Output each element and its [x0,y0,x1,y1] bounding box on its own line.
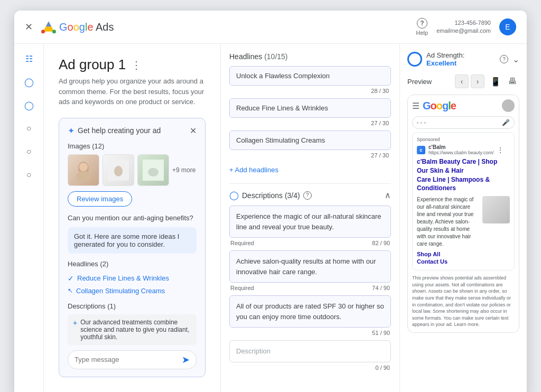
check-icon-1: ✓ [68,274,74,283]
image-thumb-2 [102,154,134,186]
google-preview-logo: Google [423,100,456,112]
ad-more-icon[interactable]: ⋮ [497,146,504,154]
image-thumb-3 [137,154,169,186]
desc-field-2[interactable]: Achieve salon-quality results at home wi… [229,250,391,283]
desc-suggestions-label: Descriptions (1) [68,302,197,310]
send-button[interactable]: ➤ [182,354,190,366]
ad-links: Shop All Contact Us [417,251,510,265]
ad-title: c'Balm Beauty Care | Shop Our Skin & Hai… [417,157,510,193]
device-icons: 📱 🖶 [489,74,519,88]
image-thumb-1 [68,154,99,186]
ai-panel-close-icon[interactable]: ✕ [190,126,197,136]
ai-response: Got it. Here are some more ideas I gener… [68,227,197,254]
review-images-button[interactable]: Review images [68,191,132,207]
desc-help-icon[interactable]: ? [303,191,312,200]
ad-strength-value: Excellent [426,59,456,67]
preview-nav: ‹ › [455,74,484,88]
ad-link-1[interactable]: Shop All [417,251,510,257]
svg-point-8 [114,166,123,176]
desc-char-count-1: 82 / 90 [372,240,390,246]
desktop-device-icon[interactable]: 🖶 [506,74,519,88]
ai-title-text: Get help creating your ad [78,126,161,135]
ad-content-row: Experience the magic of our all-natural … [417,196,510,248]
chevron-down-icon[interactable]: ⌄ [512,54,519,64]
app-window: ✕ Google Ads ? Help 123-456-7890 emailme… [14,11,527,392]
svg-point-6 [79,163,88,171]
help-button[interactable]: ? Help [416,18,428,36]
page-description: Ad groups help you organize your ads aro… [59,76,206,107]
headline-count-2: 27 / 30 [229,120,391,126]
plus-icon: + [73,319,77,327]
search-bar-preview: 🎤 [412,116,515,129]
desc-field-4[interactable]: Description [229,340,391,362]
sidebar-icon-check2[interactable]: ◯ [23,99,35,111]
strength-circle-icon [407,52,422,67]
ad-card: Sponsored c c'Balm https://www.cbalm bea… [412,132,515,270]
suggestions-label: Headlines (2) [68,260,197,268]
suggestion-item-2[interactable]: ↖ Collagen Stimulating Creams [68,285,197,297]
desc-req-3: 51 / 90 [229,330,391,336]
prev-button[interactable]: ‹ [455,74,469,88]
headline-field-1[interactable]: Unlock a Flawless Complexion [229,66,391,86]
headline-field-3[interactable]: Collagen Stimulating Creams [229,130,391,150]
phone-preview: ☰ Google 🎤 Sponsored [407,95,519,333]
user-email: emailme@gmail.com [436,27,491,35]
svg-point-3 [41,30,45,33]
desc-label: Descriptions (3/4) [242,191,300,200]
headlines-count: (10/15) [264,52,287,61]
ad-desc-text: Experience the magic of our all-natural … [417,196,478,248]
message-input[interactable] [74,356,178,363]
desc-suggestion-item: + Our advanced treatments combine scienc… [68,314,197,345]
desc-req-label-1: Required [230,240,254,246]
preview-header: Preview ‹ › 📱 🖶 [407,74,519,88]
desc-req-4: 0 / 90 [229,365,391,371]
mobile-device-icon[interactable]: 📱 [489,74,502,88]
ad-domain-info: c'Balm https://www.cbalm beauty.com/ [428,144,493,155]
sidebar-icon-circle1[interactable]: ○ [23,122,35,135]
svg-point-10 [148,168,158,176]
desc-char-count-4: 0 / 90 [375,365,390,371]
more-options-icon[interactable]: ⋮ [131,59,142,71]
user-phone: 123-456-7890 [454,19,491,27]
avatar[interactable]: E [499,18,516,35]
desc-item-plus-row: + Our advanced treatments combine scienc… [73,319,191,341]
svg-marker-1 [46,22,52,27]
sponsored-label: Sponsored [417,137,510,142]
collapse-icon[interactable]: ∧ [385,190,391,200]
ad-domain-name: c'Balm [428,144,493,150]
cursor-icon: ↖ [68,287,73,294]
check-circle-icon: ◯ [229,190,239,200]
ad-image-thumb [482,196,510,223]
desc-section-title: ◯ Descriptions (3/4) ? [229,190,312,200]
ad-description: Experience the magic of our all-natural … [417,196,478,248]
main-layout: ☷ ◯ ◯ ○ ○ ○ Ad group 1 ⋮ Ad groups help … [14,44,527,392]
sidebar: ☷ ◯ ◯ ○ ○ ○ [14,44,44,392]
desc-suggestion-text: Our advanced treatments combine science … [80,319,191,341]
sidebar-icon-check1[interactable]: ◯ [23,76,35,88]
desc-char-count-3: 51 / 90 [372,330,390,336]
next-button[interactable]: › [471,74,484,88]
ad-strength-text: Ad Strength: [426,51,464,59]
search-dots [417,122,426,124]
ad-link-2[interactable]: Contact Us [417,258,510,265]
sidebar-icon-circle2[interactable]: ○ [23,145,35,158]
sidebar-icon-grid[interactable]: ☷ [23,52,35,65]
ad-strength-help-icon[interactable]: ? [500,55,508,63]
topbar-right: ? Help 123-456-7890 emailme@gmail.com E [416,18,516,36]
headlines-label: Headlines (10/15) [229,52,288,61]
desc-field-1[interactable]: Experience the magic of our all-natural … [229,206,391,238]
sparkle-icon: ✦ [68,126,74,136]
desc-section-header: ◯ Descriptions (3/4) ? ∧ [229,190,391,200]
desc-field-3[interactable]: All of our products are rated SPF 30 or … [229,295,391,328]
headline-field-2[interactable]: Reduce Fine Lines & Wrinkles [229,98,391,118]
images-section: Images (12) +9 more Review images [68,142,197,207]
right-panel: Ad Strength: Excellent ? ⌄ Preview ‹ › 📱… [400,44,527,392]
ai-question: Can you mention our anti-aging benefits? [68,214,197,222]
headlines-section-header: Headlines (10/15) [229,52,391,61]
sidebar-icon-circle3[interactable]: ○ [23,169,35,181]
preview-disclaimer: This preview shows potential ads assembl… [412,275,515,328]
ai-panel-header: ✦ Get help creating your ad ✕ [68,126,197,136]
close-button[interactable]: ✕ [25,21,33,33]
suggestion-item-1[interactable]: ✓ Reduce Fine Lines & Wrinkles [68,272,197,285]
add-headlines-button[interactable]: + Add headlines [229,163,391,177]
